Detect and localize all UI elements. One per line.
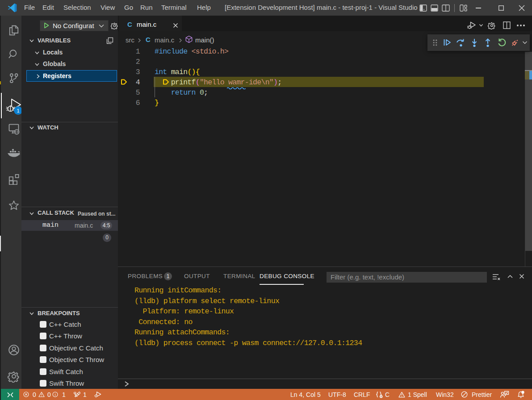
svg-text:1: 1 [17,108,20,113]
